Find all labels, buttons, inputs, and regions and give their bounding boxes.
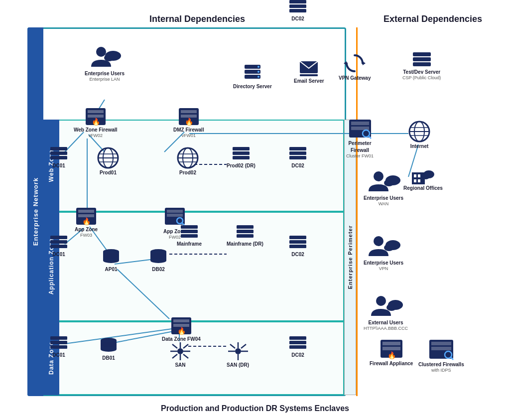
regional-offices-node: Regional Offices — [403, 164, 443, 191]
svg-rect-61 — [50, 156, 67, 159]
svg-rect-92 — [237, 234, 254, 238]
svg-rect-156 — [289, 240, 306, 244]
svg-line-133 — [241, 344, 246, 348]
svg-rect-36 — [300, 74, 318, 76]
svg-text:🔥: 🔥 — [184, 118, 193, 126]
svg-rect-104 — [289, 0, 306, 3]
svg-point-137 — [374, 171, 383, 181]
svg-rect-106 — [289, 9, 306, 12]
fw-fw03-icon: 🔥 — [75, 207, 97, 226]
web-zone-fw-node: 🔥 Web Zone Firewall vFW02 — [74, 107, 118, 139]
svg-rect-77 — [289, 156, 306, 159]
svg-rect-60 — [50, 151, 67, 155]
dc02-app-fix-node: DC02 — [289, 236, 307, 258]
mainframe-dr-icon — [236, 225, 254, 240]
svg-point-116 — [101, 347, 117, 352]
svg-rect-84 — [167, 214, 183, 217]
clustered-firewalls-node: Clustered Firewalls with IDPS — [418, 339, 464, 373]
svg-point-118 — [177, 348, 183, 354]
fw-fw04-icon: 🔥 — [170, 316, 192, 335]
svg-point-20 — [104, 54, 114, 61]
prod01-icon — [97, 147, 119, 169]
svg-point-145 — [386, 304, 396, 311]
svg-rect-105 — [289, 4, 306, 8]
svg-rect-76 — [289, 151, 306, 155]
dc02-web-node: DC02 — [289, 147, 307, 169]
diagram-container: Internal Dependencies External Dependenc… — [0, 0, 510, 420]
svg-line-123 — [172, 344, 177, 348]
svg-point-143 — [376, 296, 386, 306]
svg-point-99 — [103, 253, 119, 258]
svg-rect-55 — [414, 179, 416, 182]
svg-rect-88 — [181, 230, 198, 233]
svg-rect-147 — [382, 342, 400, 345]
mainframe-icon — [180, 225, 198, 240]
svg-rect-41 — [413, 62, 431, 66]
data-zone-label: Data Zone — [43, 321, 59, 395]
svg-rect-89 — [181, 234, 198, 238]
svg-line-126 — [183, 354, 188, 358]
svg-marker-38 — [344, 61, 347, 65]
svg-rect-54 — [418, 174, 420, 177]
svg-line-125 — [172, 354, 177, 358]
san-dr-node: SAN (DR) — [227, 341, 249, 368]
internet-icon — [408, 121, 430, 142]
dc02-web-icon — [289, 147, 307, 162]
svg-text:🔥: 🔥 — [82, 217, 91, 226]
svg-rect-155 — [289, 236, 306, 239]
svg-rect-39 — [413, 52, 431, 56]
vpn-gateway-icon — [344, 52, 366, 74]
test-dev-icon — [412, 52, 432, 68]
svg-rect-113 — [50, 345, 67, 349]
svg-rect-152 — [431, 347, 451, 350]
svg-point-34 — [257, 76, 259, 78]
header-internal-label: Internal Dependencies — [149, 14, 245, 24]
db01-icon — [100, 336, 118, 354]
db02-node: DB02 — [149, 248, 167, 273]
internet-node: Internet — [408, 121, 430, 149]
svg-rect-93 — [50, 236, 67, 239]
svg-point-142 — [384, 244, 394, 251]
svg-rect-22 — [88, 110, 104, 113]
dc02-data-node: DC02 — [289, 336, 307, 358]
svg-rect-74 — [233, 156, 250, 159]
svg-rect-108 — [173, 319, 189, 322]
prod02-dr-icon — [232, 147, 250, 162]
email-server-icon — [298, 57, 320, 77]
prod02-icon — [177, 147, 199, 169]
san-node: SAN — [169, 341, 191, 368]
san-dr-icon — [227, 341, 249, 361]
svg-rect-75 — [289, 147, 306, 150]
dc02-app-icon — [289, 0, 307, 15]
svg-rect-91 — [237, 230, 254, 233]
svg-text:🔥: 🔥 — [387, 351, 396, 360]
svg-rect-157 — [289, 245, 306, 248]
enterprise-perimeter-label: Enterprise Perimeter — [344, 120, 356, 395]
email-server-node: Email Server — [294, 57, 324, 84]
fw-fw02-icon — [164, 207, 186, 228]
enterprise-users-icon — [87, 45, 122, 70]
dc01-data-icon — [50, 336, 68, 351]
ap01-icon — [102, 248, 120, 266]
svg-text:🔥: 🔥 — [91, 118, 100, 126]
svg-rect-134 — [289, 336, 306, 340]
svg-rect-40 — [413, 57, 431, 61]
vpn-gateway-node: VPN Gateway — [339, 52, 371, 81]
prod02-dr-node: Prod02 (DR) — [227, 147, 255, 169]
clustered-fw-icon — [428, 339, 454, 361]
svg-rect-73 — [233, 151, 250, 155]
svg-rect-112 — [50, 341, 67, 344]
external-users-icon — [369, 294, 403, 319]
enterprise-users-node: Enterprise Users Enterprise LAN — [85, 45, 125, 82]
data-zone-fw04-node: 🔥 Data Zone FW04 — [162, 316, 201, 342]
dmz-fw-node: 🔥 DMZ Firewall vFW01 — [173, 107, 204, 139]
mainframe-node: Mainframe — [177, 225, 202, 247]
enterprise-users-vpn-node: Enterprise Users VPN — [364, 234, 403, 272]
svg-rect-59 — [50, 147, 67, 150]
external-users-node: External Users HTTP\\AAA.BBB.CCC — [364, 294, 408, 331]
dc01-app-node: DC01 — [50, 236, 68, 258]
svg-point-18 — [96, 47, 106, 57]
orange-divider — [356, 27, 358, 396]
svg-rect-148 — [382, 347, 400, 350]
directory-server-icon — [243, 65, 262, 83]
